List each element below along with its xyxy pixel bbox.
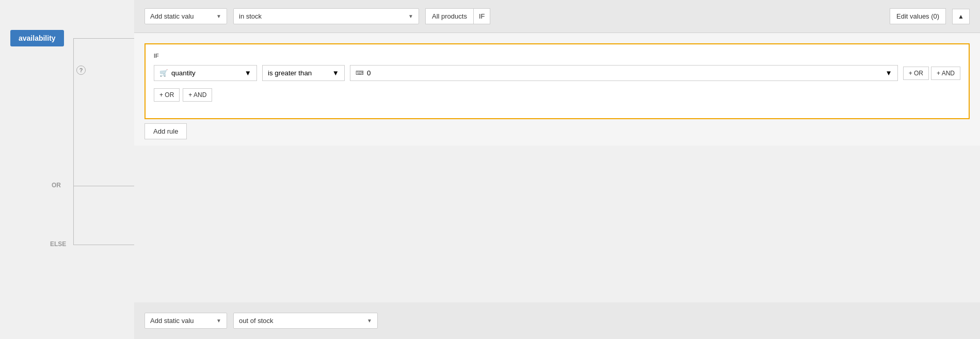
all-products-if-group: All products IF xyxy=(425,8,490,24)
or-button-right[interactable]: + OR xyxy=(903,67,929,80)
h-connector-top xyxy=(73,38,134,39)
if-block-container: IF 🛒 quantity ▼ is greater than ▼ xyxy=(134,33,980,119)
or-and-buttons: + OR + AND xyxy=(903,67,960,80)
in-stock-dropdown[interactable]: in stock ▼ xyxy=(233,8,419,24)
if-label: IF xyxy=(154,53,960,59)
else-section: Add static valu ▼ out of stock ▼ xyxy=(134,302,980,339)
page-wrapper: availability ? OR ELSE Add static valu ▼… xyxy=(0,0,980,339)
and-button-bottom[interactable]: + AND xyxy=(183,88,212,102)
top-row: Add static valu ▼ in stock ▼ All product… xyxy=(134,0,980,33)
right-side: Add static valu ▼ in stock ▼ All product… xyxy=(134,0,980,339)
keyboard-icon: ⌨ xyxy=(356,70,364,76)
quantity-icon: 🛒 xyxy=(159,69,168,77)
h-connector-else xyxy=(73,245,134,245)
chevron-down-icon: ▼ xyxy=(216,318,221,324)
or-side-label: OR xyxy=(52,182,61,189)
else-add-static-dropdown[interactable]: Add static valu ▼ xyxy=(144,313,227,329)
and-button-right[interactable]: + AND xyxy=(931,67,960,80)
if-block: IF 🛒 quantity ▼ is greater than ▼ xyxy=(144,43,970,119)
middle-spacer xyxy=(134,146,980,302)
left-side: availability ? OR ELSE xyxy=(0,0,134,339)
condition-row: 🛒 quantity ▼ is greater than ▼ ⌨ 0 ▼ xyxy=(154,65,960,81)
chevron-down-icon: ▼ xyxy=(885,69,892,77)
chevron-down-icon: ▼ xyxy=(332,69,339,77)
chevron-down-icon: ▼ xyxy=(245,69,251,77)
collapse-button[interactable]: ▲ xyxy=(952,9,970,24)
if-badge: IF xyxy=(473,8,491,24)
or-button-bottom[interactable]: + OR xyxy=(154,88,180,102)
add-static-value-dropdown[interactable]: Add static valu ▼ xyxy=(144,8,227,24)
is-greater-than-dropdown[interactable]: is greater than ▼ xyxy=(262,65,345,81)
out-of-stock-dropdown[interactable]: out of stock ▼ xyxy=(233,313,378,329)
all-products-label: All products xyxy=(425,8,473,24)
add-rule-button[interactable]: Add rule xyxy=(144,123,187,139)
value-dropdown[interactable]: ⌨ 0 ▼ xyxy=(350,65,898,81)
chevron-down-icon: ▼ xyxy=(216,13,221,19)
or-section: Add rule xyxy=(134,119,980,146)
quantity-dropdown[interactable]: 🛒 quantity ▼ xyxy=(154,65,257,81)
bottom-buttons: + OR + AND xyxy=(154,88,960,102)
availability-area: availability ? xyxy=(10,30,64,46)
chevron-down-icon: ▼ xyxy=(367,318,372,324)
edit-values-button[interactable]: Edit values (0) xyxy=(890,8,946,24)
chevron-down-icon: ▼ xyxy=(408,13,413,19)
availability-badge: availability xyxy=(10,30,64,46)
else-side-label: ELSE xyxy=(50,240,66,248)
v-connector xyxy=(73,38,74,245)
help-icon[interactable]: ? xyxy=(76,66,86,75)
h-connector-or xyxy=(73,186,134,186)
